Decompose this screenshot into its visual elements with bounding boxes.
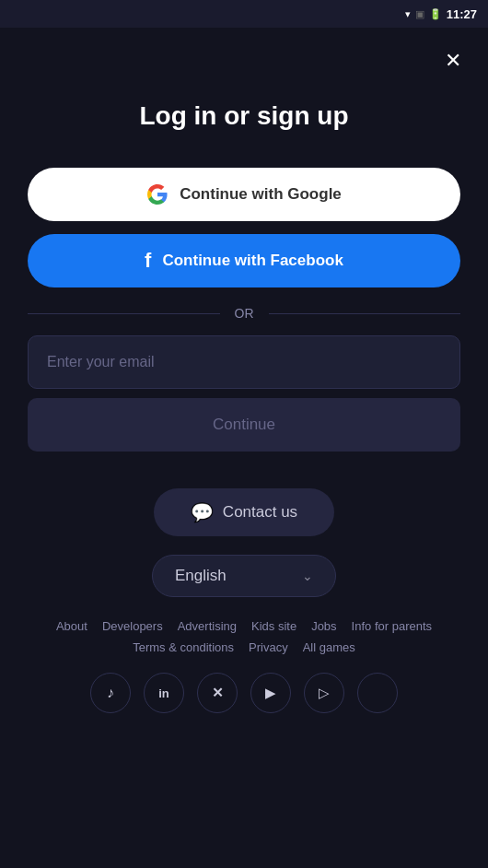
page-title: Log in or sign up — [139, 101, 348, 131]
language-selector[interactable]: English ⌄ — [152, 555, 336, 597]
google-icon — [146, 183, 168, 205]
divider-line-right — [269, 313, 461, 314]
footer-link-advertising[interactable]: Advertising — [178, 619, 237, 633]
wifi-icon: ▾ — [405, 8, 411, 20]
battery-icon: 🔋 — [429, 8, 442, 20]
x-twitter-button[interactable]: ✕ — [197, 673, 238, 713]
footer-link-about[interactable]: About — [56, 619, 87, 633]
linkedin-icon: in — [158, 686, 169, 700]
google-play-button[interactable]: ▷ — [304, 673, 344, 713]
status-icons: ▾ ▣ 🔋 11:27 — [405, 7, 477, 21]
footer-link-terms[interactable]: Terms & conditions — [133, 640, 234, 654]
youtube-button[interactable]: ▶ — [250, 673, 291, 713]
facebook-button-label: Continue with Facebook — [162, 252, 343, 270]
email-input[interactable] — [28, 335, 460, 389]
close-button[interactable]: ✕ — [436, 44, 470, 77]
footer-link-kids-site[interactable]: Kids site — [251, 619, 296, 633]
status-time: 11:27 — [447, 7, 477, 21]
status-bar: ▾ ▣ 🔋 11:27 — [0, 0, 488, 28]
main-container: ✕ Log in or sign up Continue with Google… — [0, 28, 488, 868]
or-divider: OR — [28, 306, 460, 321]
google-play-icon: ▷ — [319, 685, 330, 701]
divider-line-left — [28, 313, 220, 314]
social-icons: ♪ in ✕ ▶ ▷ — [90, 673, 398, 713]
continue-button[interactable]: Continue — [28, 398, 460, 452]
close-icon: ✕ — [445, 49, 461, 73]
tiktok-button[interactable]: ♪ — [90, 673, 131, 713]
linkedin-button[interactable]: in — [144, 673, 184, 713]
footer-link-privacy[interactable]: Privacy — [249, 640, 288, 654]
contact-us-button[interactable]: 💬 Contact us — [154, 488, 334, 536]
facebook-signin-button[interactable]: f Continue with Facebook — [28, 234, 460, 287]
or-text: OR — [235, 306, 254, 321]
facebook-icon: f — [145, 249, 151, 273]
footer-links: About Developers Advertising Kids site J… — [28, 619, 460, 654]
signal-icon: ▣ — [415, 8, 424, 20]
apple-button[interactable] — [357, 673, 398, 713]
youtube-icon: ▶ — [265, 685, 276, 701]
contact-us-label: Contact us — [223, 503, 297, 522]
footer-link-jobs[interactable]: Jobs — [311, 619, 336, 633]
google-button-label: Continue with Google — [180, 185, 342, 204]
google-signin-button[interactable]: Continue with Google — [28, 168, 460, 221]
language-label: English — [175, 567, 227, 585]
x-twitter-icon: ✕ — [212, 685, 224, 701]
continue-button-label: Continue — [213, 416, 275, 433]
footer-link-all-games[interactable]: All games — [303, 640, 355, 654]
footer-link-info-for-parents[interactable]: Info for parents — [352, 619, 432, 633]
tiktok-icon: ♪ — [107, 685, 114, 701]
chat-icon: 💬 — [191, 501, 214, 523]
chevron-down-icon: ⌄ — [302, 569, 313, 583]
footer-link-developers[interactable]: Developers — [102, 619, 163, 633]
